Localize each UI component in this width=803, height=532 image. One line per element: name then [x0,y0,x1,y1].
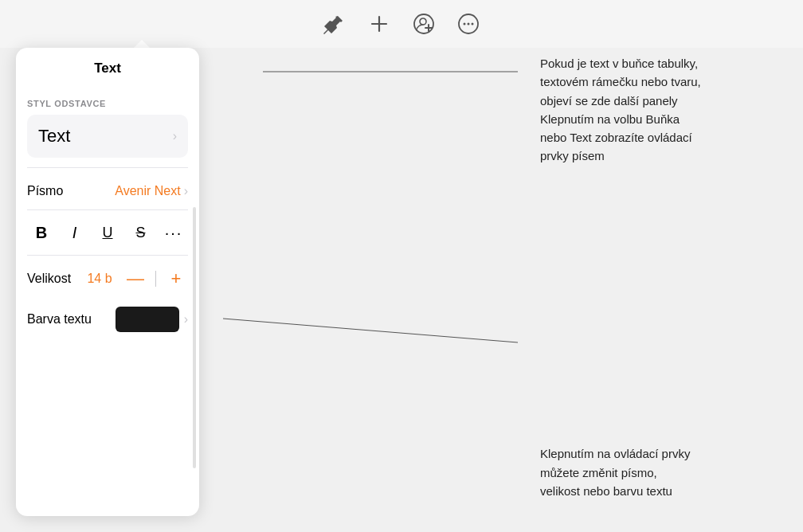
color-swatch[interactable] [116,307,179,332]
underline-button[interactable]: U [93,218,122,247]
font-chevron: › [184,184,188,198]
top-callout-text: Pokud je text v buňce tabulky,textovém r… [540,54,787,166]
size-label: Velikost [27,272,71,286]
svg-point-7 [464,23,466,25]
text-style-buttons-row: B I U S ··· [27,209,188,256]
paragraph-style-row[interactable]: Text › [27,115,188,158]
bottom-callout-content: Klepnutím na ovládací prvkymůžete změnit… [540,447,690,498]
size-separator [155,271,156,287]
strikethrough-button[interactable]: S [127,218,155,247]
size-controls: 14 b — + [84,267,188,291]
paragraph-style-chevron: › [173,129,177,143]
scroll-indicator [193,207,196,468]
svg-line-11 [223,319,518,342]
top-callout-content: Pokud je text v buňce tabulky,textovém r… [540,57,701,162]
more-icon[interactable] [456,11,481,37]
increase-size-button[interactable]: + [164,267,188,291]
bottom-callout-text: Klepnutím na ovládací prvkymůžete změnit… [540,444,787,500]
bold-button[interactable]: B [27,218,56,247]
decrease-size-button[interactable]: — [123,267,147,291]
color-row[interactable]: Barva textu › [27,299,188,340]
toolbar [0,0,803,48]
font-value-text: Avenir Next [115,184,180,198]
panel-title: Text [16,48,199,88]
add-icon[interactable] [366,11,392,37]
svg-point-9 [472,23,474,25]
panel-caret [134,40,150,48]
font-label: Písmo [27,184,63,198]
add-user-icon[interactable] [411,11,437,37]
format-panel: Text STYL ODSTAVCE Text › Písmo Avenir N… [16,48,199,516]
panel-body: STYL ODSTAVCE Text › Písmo Avenir Next ›… [16,88,199,516]
color-chevron: › [184,312,188,327]
color-label: Barva textu [27,312,92,327]
more-text-options-button[interactable]: ··· [159,218,188,247]
font-row[interactable]: Písmo Avenir Next › [27,176,188,206]
pin-icon[interactable] [322,11,347,37]
callout-area: Pokud je text v buňce tabulky,textovém r… [215,48,787,516]
svg-point-3 [420,18,426,25]
paragraph-style-value: Text [38,126,70,147]
color-swatch-container: › [116,307,188,332]
size-row: Velikost 14 b — + [27,259,188,299]
italic-button[interactable]: I [61,218,89,247]
font-value-container: Avenir Next › [115,184,188,198]
paragraph-style-label: STYL ODSTAVCE [27,99,188,108]
divider-1 [27,167,188,168]
svg-point-8 [468,23,470,25]
size-value: 14 b [84,272,116,286]
